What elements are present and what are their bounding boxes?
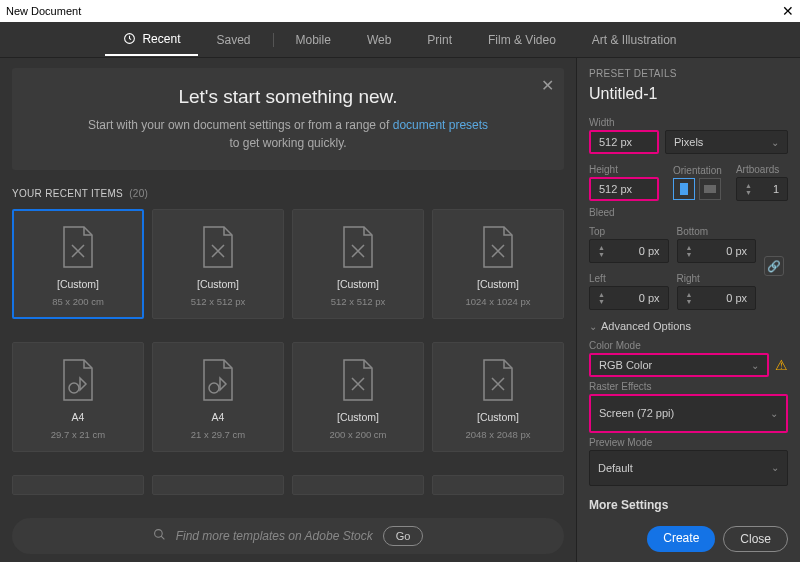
preset-card[interactable] [12,475,144,495]
svg-point-3 [154,530,162,538]
chevron-down-icon: ⌄ [770,408,778,419]
preset-thumb [478,355,518,405]
tab-mobile[interactable]: Mobile [278,25,349,55]
preset-sub: 29.7 x 21 cm [51,429,105,440]
warning-icon: ⚠ [775,357,788,373]
units-select[interactable]: Pixels⌄ [665,130,788,154]
width-label: Width [589,117,788,128]
artboards-input[interactable]: ▲▼ 1 [736,177,788,201]
preset-thumb [338,222,378,272]
left-panel: ✕ Let's start something new. Start with … [0,58,576,562]
stepper-icon[interactable]: ▲▼ [686,244,693,258]
preset-label: [Custom] [57,278,99,290]
height-label: Height [589,164,659,175]
preset-sub: 1024 x 1024 px [466,296,531,307]
preset-card[interactable]: [Custom] 512 x 512 px [152,209,284,319]
preset-label: [Custom] [337,278,379,290]
preset-thumb [58,222,98,272]
preset-card[interactable] [152,475,284,495]
bleed-right-input[interactable]: ▲▼0 px [677,286,757,310]
tab-web-label: Web [367,33,391,47]
raster-effects-select[interactable]: Screen (72 ppi)⌄ [589,394,788,433]
orientation-landscape[interactable] [699,178,721,200]
landscape-icon [703,184,717,194]
bleed-label: Bleed [589,207,788,218]
preset-grid: [Custom] 85 x 200 cm [Custom] 512 x 512 … [12,209,564,510]
bleed-bottom-label: Bottom [677,226,757,237]
preset-label: A4 [212,411,225,423]
tab-film-video[interactable]: Film & Video [470,25,574,55]
stepper-icon[interactable]: ▲▼ [686,291,693,305]
clock-icon [123,32,136,45]
orientation-portrait[interactable] [673,178,695,200]
window-close-icon[interactable]: ✕ [782,3,794,19]
preset-card[interactable]: [Custom] 200 x 200 cm [292,342,424,452]
preset-card[interactable]: [Custom] 1024 x 1024 px [432,209,564,319]
preset-card[interactable]: A4 21 x 29.7 cm [152,342,284,452]
svg-rect-5 [704,185,716,193]
stock-search[interactable]: Find more templates on Adobe Stock Go [12,518,564,554]
tab-art-label: Art & Illustration [592,33,677,47]
bleed-left-label: Left [589,273,669,284]
bleed-left-input[interactable]: ▲▼0 px [589,286,669,310]
preview-mode-select[interactable]: Default⌄ [589,450,788,487]
title-bar: New Document ✕ [0,0,800,22]
stepper-icon[interactable]: ▲▼ [745,182,752,196]
preset-card[interactable] [292,475,424,495]
more-settings-button[interactable]: More Settings [589,498,788,512]
portrait-icon [679,182,689,196]
tab-separator [273,33,274,47]
search-icon [153,528,166,544]
preset-thumb [198,222,238,272]
preset-sub: 512 x 512 px [191,296,245,307]
preset-card[interactable]: A4 29.7 x 21 cm [12,342,144,452]
svg-point-2 [209,383,219,393]
chevron-down-icon: ⌄ [589,321,597,332]
intro-close-icon[interactable]: ✕ [541,76,554,95]
preset-sub: 512 x 512 px [331,296,385,307]
chevron-down-icon: ⌄ [771,462,779,473]
svg-rect-4 [680,183,688,195]
tab-recent[interactable]: Recent [105,24,198,56]
stock-go-button[interactable]: Go [383,526,424,546]
tab-saved[interactable]: Saved [198,25,268,55]
link-bleed-icon[interactable]: 🔗 [764,256,784,276]
tab-print[interactable]: Print [409,25,470,55]
stock-placeholder: Find more templates on Adobe Stock [176,529,373,543]
preset-label: [Custom] [477,278,519,290]
raster-effects-label: Raster Effects [589,381,788,392]
bleed-top-input[interactable]: ▲▼0 px [589,239,669,263]
chevron-down-icon: ⌄ [751,360,759,371]
preset-details-panel: PRESET DETAILS Untitled-1 Width 512 px P… [576,58,800,562]
tab-art-illustration[interactable]: Art & Illustration [574,25,695,55]
tab-web[interactable]: Web [349,25,409,55]
preset-card[interactable] [432,475,564,495]
width-input[interactable]: 512 px [589,130,659,154]
close-button[interactable]: Close [723,526,788,552]
window-title: New Document [6,5,81,17]
document-name[interactable]: Untitled-1 [589,85,788,103]
bleed-bottom-input[interactable]: ▲▼0 px [677,239,757,263]
chevron-down-icon: ⌄ [771,137,779,148]
color-mode-select[interactable]: RGB Color⌄ [589,353,769,377]
stepper-icon[interactable]: ▲▼ [598,291,605,305]
intro-heading: Let's start something new. [32,86,544,108]
preset-card[interactable]: [Custom] 512 x 512 px [292,209,424,319]
preview-mode-label: Preview Mode [589,437,788,448]
preset-thumb [198,355,238,405]
preset-sub: 200 x 200 cm [329,429,386,440]
height-input[interactable]: 512 px [589,177,659,201]
create-button[interactable]: Create [647,526,715,552]
preset-card[interactable]: [Custom] 85 x 200 cm [12,209,144,319]
bleed-right-label: Right [677,273,757,284]
preset-thumb [58,355,98,405]
preset-sub: 2048 x 2048 px [466,429,531,440]
orientation-label: Orientation [673,165,722,176]
bleed-top-label: Top [589,226,669,237]
document-presets-link[interactable]: document presets [393,118,488,132]
preset-card[interactable]: [Custom] 2048 x 2048 px [432,342,564,452]
svg-point-1 [69,383,79,393]
advanced-options-toggle[interactable]: ⌄Advanced Options [589,320,788,332]
stepper-icon[interactable]: ▲▼ [598,244,605,258]
category-tabs: Recent Saved Mobile Web Print Film & Vid… [0,22,800,58]
